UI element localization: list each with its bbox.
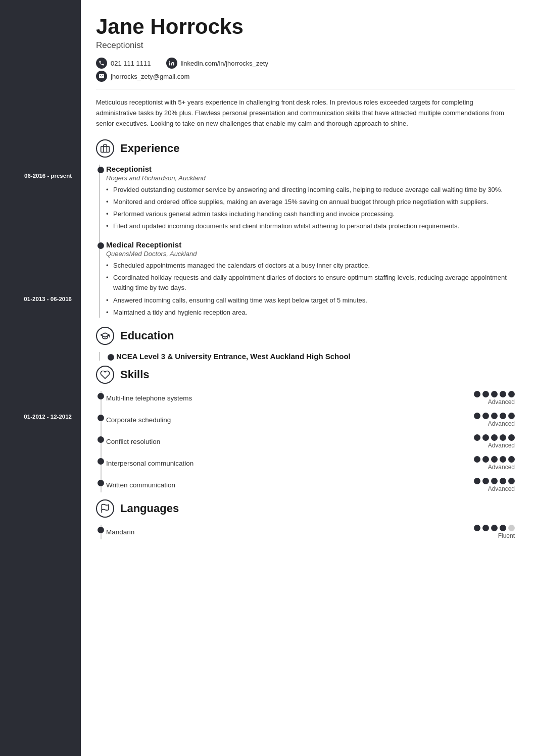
skill-item-4: Interpersonal communication Advanced — [96, 456, 515, 471]
dot-2-1 — [474, 413, 480, 419]
flag-svg — [100, 503, 110, 514]
dot-4-3 — [491, 456, 498, 463]
edu-timeline-line — [99, 352, 100, 361]
skill-level-2: Advanced — [488, 420, 515, 427]
languages-title: Languages — [120, 502, 179, 515]
phone-icon — [96, 58, 107, 69]
lang-dot-f3 — [491, 525, 498, 531]
lang-dot-f4 — [500, 525, 506, 531]
dot-4-5 — [508, 456, 515, 463]
phone-svg — [99, 60, 105, 66]
dot-5-1 — [474, 478, 480, 484]
resume-header: Jane Horrocks Receptionist 021 111 1111 — [96, 15, 515, 82]
svg-rect-0 — [101, 146, 110, 152]
dot-3-2 — [482, 434, 489, 441]
skill-dots-4 — [474, 456, 515, 463]
education-title: Education — [120, 329, 174, 342]
email-icon — [96, 71, 107, 82]
bullet-2-4: Maintained a tidy and hygienic reception… — [106, 308, 515, 318]
sidebar: 06-2016 - present 01-2013 - 06-2016 01-2… — [0, 0, 81, 756]
bullet-1-1: Provided outstanding customer service by… — [106, 185, 515, 195]
education-container: NCEA Level 3 & University Entrance, West… — [96, 352, 515, 361]
phone-text: 021 111 1111 — [111, 60, 151, 67]
edu-title-1: NCEA Level 3 & University Entrance, West… — [116, 352, 515, 361]
header-divider — [96, 89, 515, 89]
contact-linkedin: linkedin.com/in/jhorrocks_zety — [166, 58, 268, 69]
linkedin-svg — [169, 60, 175, 66]
skill-rating-5: Advanced — [474, 478, 515, 492]
skills-list: Multi-line telephone systems Advanced — [96, 391, 515, 492]
experience-icon — [96, 139, 114, 158]
job-bullets-2: Scheduled appointments managed the calen… — [106, 261, 515, 318]
candidate-title: Receptionist — [96, 40, 515, 51]
bullet-2-1: Scheduled appointments managed the calen… — [106, 261, 515, 271]
education-item-1: NCEA Level 3 & University Entrance, West… — [106, 352, 515, 361]
skill-level-4: Advanced — [488, 464, 515, 471]
dot-5-2 — [482, 478, 489, 484]
dot-1-2 — [482, 391, 489, 397]
edu-dot-1 — [108, 354, 114, 361]
skill-item-5: Written communication Advanced — [96, 478, 515, 492]
bullet-1-4: Filed and updated incoming documents and… — [106, 221, 515, 231]
lang-dot-f2 — [482, 525, 489, 531]
dot-2-4 — [500, 413, 506, 419]
bullet-2-2: Coordinated holiday requests and daily a… — [106, 273, 515, 293]
summary-text: Meticulous receptionist with 5+ years ex… — [96, 97, 515, 129]
contact-row-1: 021 111 1111 linkedin.com/in/jhorrocks_z… — [96, 58, 515, 69]
skill-level-5: Advanced — [488, 485, 515, 492]
languages-icon — [96, 499, 114, 518]
experience-title: Experience — [120, 142, 179, 155]
skill-name-2: Corporate scheduling — [106, 416, 474, 424]
contact-email: jhorrocks_zety@gmail.com — [96, 71, 189, 82]
contact-phone: 021 111 1111 — [96, 58, 151, 69]
timeline-dot-1 — [98, 167, 104, 173]
linkedin-text: linkedin.com/in/jhorrocks_zety — [181, 60, 268, 67]
lang-level-1: Fluent — [498, 532, 515, 539]
dot-3-4 — [500, 434, 506, 441]
skill-dot-5 — [98, 480, 104, 486]
dot-3-5 — [508, 434, 515, 441]
dot-2-3 — [491, 413, 498, 419]
dot-4-2 — [482, 456, 489, 463]
languages-section-header: Languages — [96, 499, 515, 518]
education-icon — [96, 327, 114, 345]
main-content: Jane Horrocks Receptionist 021 111 1111 — [81, 0, 535, 756]
contact-row-2: jhorrocks_zety@gmail.com — [96, 71, 515, 82]
date-education-1: 01-2012 - 12-2012 — [24, 412, 72, 421]
skill-item-1: Multi-line telephone systems Advanced — [96, 391, 515, 406]
skill-level-1: Advanced — [488, 398, 515, 406]
skill-dot-4 — [98, 458, 104, 465]
skills-section-header: Skills — [96, 366, 515, 384]
bullet-2-3: Answered incoming calls, ensuring call w… — [106, 295, 515, 306]
dot-1-4 — [500, 391, 506, 397]
dot-2-2 — [482, 413, 489, 419]
skills-svg — [100, 370, 110, 380]
bullet-1-2: Monitored and ordered office supplies, m… — [106, 197, 515, 207]
dot-1-5 — [508, 391, 515, 397]
dot-4-4 — [500, 456, 506, 463]
skill-dot-1 — [98, 393, 104, 399]
skill-dot-2 — [98, 415, 104, 421]
skill-dot-3 — [98, 436, 104, 443]
skill-rating-4: Advanced — [474, 456, 515, 471]
dot-3-3 — [491, 434, 498, 441]
email-svg — [99, 73, 105, 79]
skill-level-3: Advanced — [488, 442, 515, 449]
email-text: jhorrocks_zety@gmail.com — [111, 73, 189, 80]
experience-item-1: Receptionist Rogers and Richardson, Auck… — [106, 165, 515, 232]
skill-rating-2: Advanced — [474, 413, 515, 427]
skill-dots-2 — [474, 413, 515, 419]
job-company-2: QueensMed Doctors, Auckland — [106, 250, 515, 258]
skill-rating-3: Advanced — [474, 434, 515, 449]
language-item-1: Mandarin Fluent — [96, 525, 515, 539]
skill-item-2: Corporate scheduling Advanced — [96, 413, 515, 427]
dot-4-1 — [474, 456, 480, 463]
bullet-1-3: Performed various general admin tasks in… — [106, 209, 515, 219]
skills-icon — [96, 366, 114, 384]
lang-dots-1 — [474, 525, 515, 531]
skill-dots-5 — [474, 478, 515, 484]
languages-list: Mandarin Fluent — [96, 525, 515, 539]
lang-name-1: Mandarin — [106, 528, 474, 536]
skill-dots-1 — [474, 391, 515, 397]
dot-3-1 — [474, 434, 480, 441]
